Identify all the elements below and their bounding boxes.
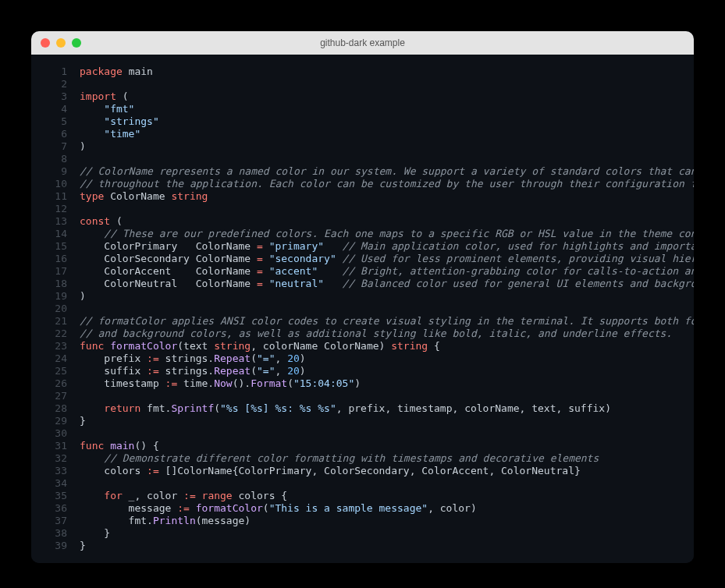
line-content: // Demonstrate different color formattin… bbox=[80, 452, 694, 465]
code-line: 17 ColorAccent ColorName = "accent" // B… bbox=[31, 265, 694, 278]
line-content: "time" bbox=[80, 128, 694, 140]
code-line: 29} bbox=[31, 415, 694, 427]
line-content: // These are our predefined colors. Each… bbox=[80, 228, 694, 240]
line-number: 30 bbox=[31, 427, 80, 440]
line-content: ) bbox=[80, 140, 694, 153]
code-line: 31func main() { bbox=[31, 440, 694, 452]
code-line: 38 } bbox=[31, 527, 694, 540]
line-number: 6 bbox=[31, 128, 80, 140]
code-line: 32 // Demonstrate different color format… bbox=[31, 452, 694, 465]
code-editor[interactable]: 1package main23import (4 "fmt"5 "strings… bbox=[31, 55, 694, 563]
line-number: 15 bbox=[31, 240, 80, 253]
line-number: 25 bbox=[31, 365, 80, 377]
line-content: } bbox=[80, 527, 694, 540]
line-number: 19 bbox=[31, 290, 80, 303]
line-content: // ColorName represents a named color in… bbox=[80, 165, 694, 178]
line-number: 33 bbox=[31, 465, 80, 477]
line-number: 21 bbox=[31, 315, 80, 328]
editor-window: github-dark example 1package main23impor… bbox=[31, 31, 694, 563]
line-content bbox=[80, 303, 694, 315]
traffic-lights bbox=[41, 38, 81, 48]
code-line: 1package main bbox=[31, 66, 694, 78]
line-number: 1 bbox=[31, 66, 80, 78]
line-content bbox=[80, 78, 694, 90]
line-content: colors := []ColorName{ColorPrimary, Colo… bbox=[80, 465, 694, 477]
line-content: for _, color := range colors { bbox=[80, 490, 694, 502]
code-line: 23func formatColor(text string, colorNam… bbox=[31, 340, 694, 352]
code-line: 10// throughout the application. Each co… bbox=[31, 178, 694, 190]
line-content: "strings" bbox=[80, 115, 694, 128]
line-content: ColorNeutral ColorName = "neutral" // Ba… bbox=[80, 278, 694, 290]
line-content: message := formatColor("This is a sample… bbox=[80, 502, 694, 515]
window-titlebar: github-dark example bbox=[31, 31, 694, 55]
line-number: 26 bbox=[31, 377, 80, 390]
line-number: 29 bbox=[31, 415, 80, 427]
line-number: 16 bbox=[31, 253, 80, 265]
code-line: 39} bbox=[31, 540, 694, 552]
line-content bbox=[80, 477, 694, 490]
line-content: ) bbox=[80, 290, 694, 303]
line-content: return fmt.Sprintf("%s [%s] %s: %s %s", … bbox=[80, 402, 694, 415]
code-line: 3import ( bbox=[31, 90, 694, 103]
close-icon[interactable] bbox=[41, 38, 50, 48]
line-number: 14 bbox=[31, 228, 80, 240]
code-line: 30 bbox=[31, 427, 694, 440]
line-content: prefix := strings.Repeat("=", 20) bbox=[80, 352, 694, 365]
line-number: 7 bbox=[31, 140, 80, 153]
code-line: 37 fmt.Println(message) bbox=[31, 515, 694, 527]
line-number: 36 bbox=[31, 502, 80, 515]
code-line: 33 colors := []ColorName{ColorPrimary, C… bbox=[31, 465, 694, 477]
line-number: 2 bbox=[31, 78, 80, 90]
line-number: 8 bbox=[31, 153, 80, 165]
maximize-icon[interactable] bbox=[72, 38, 81, 48]
code-line: 14 // These are our predefined colors. E… bbox=[31, 228, 694, 240]
window-title: github-dark example bbox=[320, 37, 405, 48]
code-line: 7) bbox=[31, 140, 694, 153]
line-number: 35 bbox=[31, 490, 80, 502]
code-line: 21// formatColor applies ANSI color code… bbox=[31, 315, 694, 328]
line-number: 9 bbox=[31, 165, 80, 178]
line-number: 31 bbox=[31, 440, 80, 452]
line-content: import ( bbox=[80, 90, 694, 103]
code-line: 5 "strings" bbox=[31, 115, 694, 128]
code-line: 4 "fmt" bbox=[31, 103, 694, 115]
code-line: 36 message := formatColor("This is a sam… bbox=[31, 502, 694, 515]
code-line: 16 ColorSecondary ColorName = "secondary… bbox=[31, 253, 694, 265]
line-number: 5 bbox=[31, 115, 80, 128]
line-number: 3 bbox=[31, 90, 80, 103]
line-content: } bbox=[80, 540, 694, 552]
line-content: // formatColor applies ANSI color codes … bbox=[80, 315, 694, 328]
line-number: 28 bbox=[31, 402, 80, 415]
line-content bbox=[80, 153, 694, 165]
line-number: 24 bbox=[31, 352, 80, 365]
code-line: 9// ColorName represents a named color i… bbox=[31, 165, 694, 178]
line-content bbox=[80, 390, 694, 402]
line-content: ColorAccent ColorName = "accent" // Brig… bbox=[80, 265, 694, 278]
line-content: suffix := strings.Repeat("=", 20) bbox=[80, 365, 694, 377]
line-number: 12 bbox=[31, 203, 80, 215]
line-content: // and background colors, as well as add… bbox=[80, 328, 694, 340]
line-content: type ColorName string bbox=[80, 190, 694, 203]
code-line: 26 timestamp := time.Now().Format("15:04… bbox=[31, 377, 694, 390]
code-line: 8 bbox=[31, 153, 694, 165]
code-line: 13const ( bbox=[31, 215, 694, 228]
code-line: 27 bbox=[31, 390, 694, 402]
line-content: const ( bbox=[80, 215, 694, 228]
line-content: ColorPrimary ColorName = "primary" // Ma… bbox=[80, 240, 694, 253]
code-line: 34 bbox=[31, 477, 694, 490]
code-line: 2 bbox=[31, 78, 694, 90]
line-number: 17 bbox=[31, 265, 80, 278]
line-content bbox=[80, 203, 694, 215]
minimize-icon[interactable] bbox=[56, 38, 66, 48]
line-number: 22 bbox=[31, 328, 80, 340]
line-content: "fmt" bbox=[80, 103, 694, 115]
line-number: 34 bbox=[31, 477, 80, 490]
line-number: 18 bbox=[31, 278, 80, 290]
code-line: 12 bbox=[31, 203, 694, 215]
code-line: 15 ColorPrimary ColorName = "primary" //… bbox=[31, 240, 694, 253]
line-content bbox=[80, 427, 694, 440]
code-line: 22// and background colors, as well as a… bbox=[31, 328, 694, 340]
line-number: 13 bbox=[31, 215, 80, 228]
line-content: func formatColor(text string, colorName … bbox=[80, 340, 694, 352]
code-line: 28 return fmt.Sprintf("%s [%s] %s: %s %s… bbox=[31, 402, 694, 415]
